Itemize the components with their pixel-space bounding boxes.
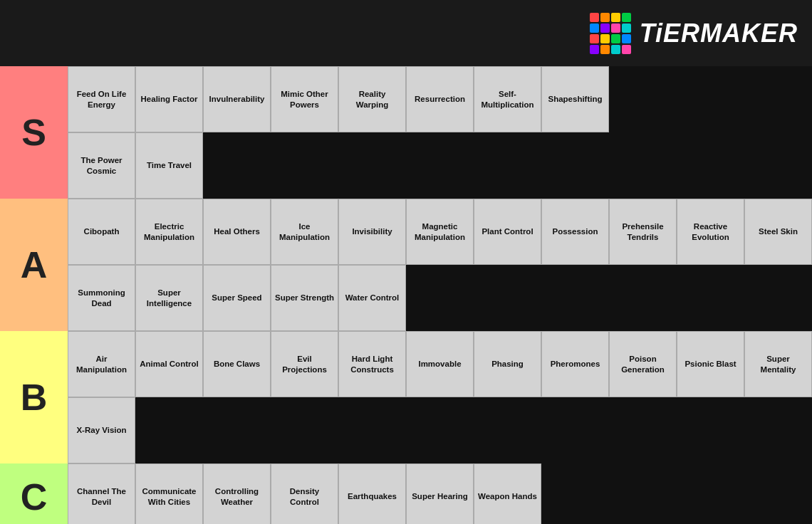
empty-cell [677, 132, 744, 199]
item-cell[interactable]: Prehensile Tendrils [609, 199, 677, 265]
item-cell[interactable]: Summoning Dead [68, 265, 135, 331]
item-cell[interactable]: Super Speed [203, 265, 271, 331]
empty-cell [474, 265, 541, 331]
tier-label-c: C [0, 463, 68, 524]
empty-cell [474, 397, 541, 463]
item-cell[interactable]: Communicate With Cities [135, 463, 203, 524]
empty-cell [609, 132, 677, 199]
logo-grid [590, 13, 631, 54]
empty-cell [271, 132, 338, 199]
empty-cell [609, 66, 677, 132]
item-cell[interactable]: Air Manipulation [68, 331, 135, 397]
empty-cell [744, 265, 812, 331]
empty-cell [677, 397, 744, 463]
tier-items-b: Air ManipulationAnimal ControlBone Claws… [68, 331, 812, 463]
tier-row-a-0: CibopathElectric ManipulationHeal Others… [68, 199, 812, 265]
tier-label-b: B [0, 331, 68, 463]
item-cell[interactable]: Reality Warping [338, 66, 406, 132]
tier-row-c-0: Channel The DevilCommunicate With Cities… [68, 463, 812, 524]
header-row: TiERMAKER [0, 0, 812, 66]
item-cell[interactable]: Resurrection [406, 66, 474, 132]
item-cell[interactable]: Mimic Other Powers [271, 66, 338, 132]
item-cell[interactable]: Animal Control [135, 331, 203, 397]
empty-cell [541, 132, 609, 199]
item-cell[interactable]: X-Ray Vision [68, 397, 135, 463]
tier-items-s: Feed On Life EnergyHealing FactorInvulne… [68, 66, 812, 199]
item-cell[interactable]: Feed On Life Energy [68, 66, 135, 132]
item-cell[interactable]: Super Strength [271, 265, 338, 331]
item-cell[interactable]: Reactive Evolution [677, 199, 744, 265]
item-cell[interactable]: Controlling Weather [203, 463, 271, 524]
tier-row-b-0: Air ManipulationAnimal ControlBone Claws… [68, 331, 812, 397]
empty-cell [541, 397, 609, 463]
item-cell[interactable]: Cibopath [68, 199, 135, 265]
item-cell[interactable]: Poison Generation [609, 331, 677, 397]
tier-row-a-1: Summoning DeadSuper IntelligenceSuper Sp… [68, 265, 812, 331]
empty-cell [609, 265, 677, 331]
item-cell[interactable]: Evil Projections [271, 331, 338, 397]
empty-cell [406, 132, 474, 199]
tier-a: ACibopathElectric ManipulationHeal Other… [0, 199, 812, 331]
item-cell[interactable]: Pheromones [541, 331, 609, 397]
tier-s: SFeed On Life EnergyHealing FactorInvuln… [0, 66, 812, 199]
item-cell[interactable]: Immovable [406, 331, 474, 397]
item-cell[interactable]: Density Control [271, 463, 338, 524]
empty-cell [677, 66, 744, 132]
item-cell[interactable]: The Power Cosmic [68, 132, 135, 199]
item-cell[interactable]: Invulnerability [203, 66, 271, 132]
empty-cell [135, 397, 203, 463]
tier-label-s: S [0, 66, 68, 199]
item-cell[interactable]: Magnetic Manipulation [406, 199, 474, 265]
tier-row-s-1: The Power CosmicTime Travel [68, 132, 812, 199]
item-cell[interactable]: Psionic Blast [677, 331, 744, 397]
item-cell[interactable]: Steel Skin [744, 199, 812, 265]
empty-cell [541, 265, 609, 331]
empty-cell [338, 397, 406, 463]
item-cell[interactable]: Super Intelligence [135, 265, 203, 331]
tiers-container: SFeed On Life EnergyHealing FactorInvuln… [0, 66, 812, 524]
empty-cell [271, 397, 338, 463]
empty-cell [677, 265, 744, 331]
empty-cell [541, 463, 609, 524]
tier-row-s-0: Feed On Life EnergyHealing FactorInvulne… [68, 66, 812, 132]
item-cell[interactable]: Super Hearing [406, 463, 474, 524]
item-cell[interactable]: Phasing [474, 331, 541, 397]
empty-cell [203, 397, 271, 463]
item-cell[interactable]: Possession [541, 199, 609, 265]
item-cell[interactable]: Plant Control [474, 199, 541, 265]
item-cell[interactable]: Invisibility [338, 199, 406, 265]
empty-cell [406, 397, 474, 463]
item-cell[interactable]: Self-Multiplication [474, 66, 541, 132]
item-cell[interactable]: Ice Manipulation [271, 199, 338, 265]
empty-cell [609, 463, 677, 524]
tier-b: BAir ManipulationAnimal ControlBone Claw… [0, 331, 812, 463]
empty-cell [744, 397, 812, 463]
tier-row-b-1: X-Ray Vision [68, 397, 812, 463]
tier-c: CChannel The DevilCommunicate With Citie… [0, 463, 812, 524]
header-spacer [0, 0, 68, 66]
item-cell[interactable]: Channel The Devil [68, 463, 135, 524]
empty-cell [677, 463, 744, 524]
item-cell[interactable]: Heal Others [203, 199, 271, 265]
item-cell[interactable]: Earthquakes [338, 463, 406, 524]
empty-cell [474, 132, 541, 199]
empty-cell [203, 132, 271, 199]
item-cell[interactable]: Healing Factor [135, 66, 203, 132]
item-cell[interactable]: Hard Light Constructs [338, 331, 406, 397]
item-cell[interactable]: Electric Manipulation [135, 199, 203, 265]
logo-area: TiERMAKER [68, 0, 812, 66]
empty-cell [609, 397, 677, 463]
item-cell[interactable]: Time Travel [135, 132, 203, 199]
empty-cell [406, 265, 474, 331]
item-cell[interactable]: Bone Claws [203, 331, 271, 397]
tier-items-a: CibopathElectric ManipulationHeal Others… [68, 199, 812, 331]
empty-cell [338, 132, 406, 199]
item-cell[interactable]: Water Control [338, 265, 406, 331]
logo-text: TiERMAKER [640, 19, 798, 48]
tier-items-c: Channel The DevilCommunicate With Cities… [68, 463, 812, 524]
empty-cell [744, 463, 812, 524]
tier-label-a: A [0, 199, 68, 331]
item-cell[interactable]: Weapon Hands [474, 463, 541, 524]
item-cell[interactable]: Shapeshifting [541, 66, 609, 132]
item-cell[interactable]: Super Mentality [744, 331, 812, 397]
